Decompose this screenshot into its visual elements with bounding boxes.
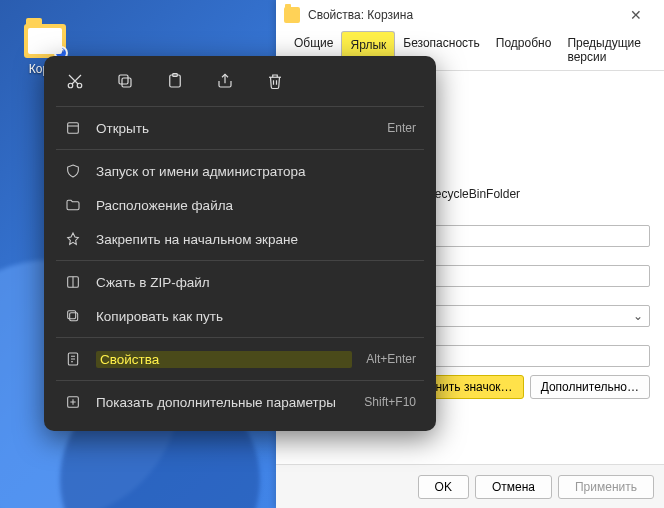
separator — [56, 380, 424, 381]
share-icon[interactable] — [214, 70, 236, 92]
close-button[interactable]: ✕ — [616, 0, 656, 30]
shield-icon — [64, 162, 82, 180]
menu-item-shield[interactable]: Запуск от имени администратора — [44, 154, 436, 188]
dialog-footer: OK Отмена Применить — [276, 464, 664, 508]
svg-rect-6 — [68, 123, 79, 134]
pin-icon — [64, 230, 82, 248]
paste-icon[interactable] — [164, 70, 186, 92]
separator — [56, 149, 424, 150]
menu-item-more[interactable]: Показать дополнительные параметрыShift+F… — [44, 385, 436, 419]
more-icon — [64, 393, 82, 411]
svg-rect-2 — [122, 78, 131, 87]
menu-item-folder[interactable]: Расположение файла — [44, 188, 436, 222]
folder-icon — [64, 196, 82, 214]
separator — [56, 337, 424, 338]
folder-icon — [284, 7, 300, 23]
context-menu-toolbar — [44, 66, 436, 102]
properties-icon — [64, 350, 82, 368]
menu-item-pin[interactable]: Закрепить на начальном экране — [44, 222, 436, 256]
menu-item-label: Запуск от имени администратора — [96, 164, 402, 179]
separator — [56, 106, 424, 107]
tab-previous-versions[interactable]: Предыдущие версии — [559, 30, 654, 70]
svg-rect-3 — [119, 75, 128, 84]
cut-icon[interactable] — [64, 70, 86, 92]
menu-item-zip[interactable]: Сжать в ZIP-файл — [44, 265, 436, 299]
window-title: Свойства: Корзина — [308, 8, 413, 22]
cancel-button[interactable]: Отмена — [475, 475, 552, 499]
menu-item-label: Закрепить на начальном экране — [96, 232, 402, 247]
menu-item-accelerator: Alt+Enter — [366, 352, 416, 366]
folder-icon — [24, 24, 66, 58]
menu-item-properties[interactable]: СвойстваAlt+Enter — [44, 342, 436, 376]
menu-item-label: Копировать как путь — [96, 309, 402, 324]
copy-icon[interactable] — [114, 70, 136, 92]
menu-item-label: Сжать в ZIP-файл — [96, 275, 402, 290]
apply-button[interactable]: Применить — [558, 475, 654, 499]
zip-icon — [64, 273, 82, 291]
menu-item-accelerator: Enter — [387, 121, 416, 135]
svg-rect-8 — [70, 313, 78, 321]
separator — [56, 260, 424, 261]
menu-item-label: Расположение файла — [96, 198, 402, 213]
menu-item-open[interactable]: ОткрытьEnter — [44, 111, 436, 145]
copypath-icon — [64, 307, 82, 325]
advanced-button[interactable]: Дополнительно… — [530, 375, 650, 399]
context-menu: ОткрытьEnterЗапуск от имени администрато… — [44, 56, 436, 431]
menu-item-label: Показать дополнительные параметры — [96, 395, 350, 410]
menu-item-copypath[interactable]: Копировать как путь — [44, 299, 436, 333]
menu-item-label: Свойства — [96, 351, 352, 368]
titlebar[interactable]: Свойства: Корзина ✕ — [276, 0, 664, 30]
delete-icon[interactable] — [264, 70, 286, 92]
menu-item-accelerator: Shift+F10 — [364, 395, 416, 409]
ok-button[interactable]: OK — [418, 475, 469, 499]
tab-details[interactable]: Подробно — [488, 30, 560, 70]
open-icon — [64, 119, 82, 137]
menu-item-label: Открыть — [96, 121, 373, 136]
svg-rect-9 — [68, 311, 76, 319]
